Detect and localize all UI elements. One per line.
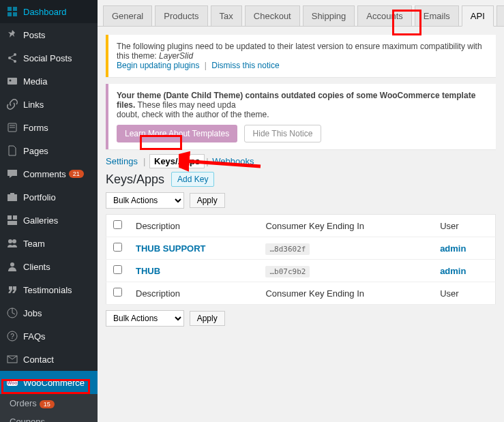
- page-title: Keys/Apps Add Key: [106, 172, 496, 187]
- tab-shipping[interactable]: Shipping: [303, 5, 355, 26]
- bulk-actions-bottom: Bulk Actions Apply: [106, 310, 496, 327]
- submenu-orders[interactable]: Orders15: [0, 394, 98, 412]
- admin-sidebar: DashboardPostsSocial PostsMediaLinksForm…: [0, 0, 98, 422]
- highlight-keys-apps: [140, 135, 182, 150]
- svg-rect-15: [10, 193, 14, 195]
- col-consumer-key[interactable]: Consumer Key Ending In: [258, 215, 433, 237]
- media-icon: [5, 74, 19, 88]
- col-description[interactable]: Description: [129, 215, 258, 237]
- consumer-key-ending: …b07c9b2: [265, 266, 310, 277]
- highlight-settings: [1, 379, 90, 394]
- col-user[interactable]: User: [433, 215, 495, 237]
- svg-point-19: [8, 239, 12, 243]
- sub-nav: Settings| Keys/Apps| Webhooks: [106, 156, 496, 166]
- hide-notice-button[interactable]: Hide This Notice: [244, 125, 322, 142]
- menu-portfolio[interactable]: Portfolio: [0, 185, 98, 209]
- table-row: THUB SUPPORT…8d3602fadmin: [106, 237, 496, 260]
- badge: 21: [69, 170, 84, 178]
- add-key-button[interactable]: Add Key: [171, 172, 214, 187]
- tab-products[interactable]: Products: [155, 5, 207, 26]
- menu-faqs[interactable]: ?FAQs: [0, 325, 98, 348]
- row-checkbox[interactable]: [113, 265, 122, 274]
- user-link[interactable]: admin: [440, 243, 466, 254]
- svg-rect-0: [8, 7, 12, 11]
- faq-icon: ?: [5, 329, 19, 343]
- share-icon: [5, 51, 19, 65]
- menu-dashboard[interactable]: Dashboard: [0, 0, 98, 23]
- menu-posts[interactable]: Posts: [0, 23, 98, 46]
- key-description-link[interactable]: THUB: [136, 266, 160, 276]
- row-checkbox[interactable]: [113, 243, 122, 252]
- subtab-keys-apps[interactable]: Keys/Apps: [149, 154, 205, 168]
- subtab-settings[interactable]: Settings: [106, 156, 138, 166]
- table-row: THUB…b07c9b2admin: [106, 260, 496, 282]
- svg-rect-9: [8, 78, 17, 85]
- svg-rect-14: [8, 194, 17, 201]
- clients-icon: [5, 260, 19, 273]
- menu-galleries[interactable]: Galleries: [0, 209, 98, 232]
- settings-tabs: GeneralProductsTaxCheckoutShippingAccoun…: [98, 0, 504, 27]
- dismiss-notice-link[interactable]: Dismiss this notice: [211, 61, 279, 70]
- svg-rect-2: [8, 12, 12, 16]
- menu-links[interactable]: Links: [0, 93, 98, 116]
- bulk-select[interactable]: Bulk Actions: [106, 192, 184, 209]
- svg-text:?: ?: [10, 333, 14, 340]
- apply-button-bottom[interactable]: Apply: [190, 311, 225, 326]
- menu-jobs[interactable]: Jobs: [0, 301, 98, 325]
- svg-rect-18: [8, 221, 17, 225]
- plugin-update-notice: The following plugins need to be updated…: [106, 35, 496, 77]
- forms-icon: [5, 121, 19, 134]
- menu-clients[interactable]: Clients: [0, 255, 98, 278]
- svg-point-10: [10, 80, 12, 82]
- user-link[interactable]: admin: [440, 266, 466, 276]
- highlight-api-tab: [392, 10, 421, 35]
- page-icon: [5, 144, 19, 157]
- dashboard-icon: [5, 5, 19, 18]
- tab-general[interactable]: General: [103, 5, 152, 26]
- keys-table: Description Consumer Key Ending In User …: [106, 214, 496, 305]
- svg-point-21: [10, 262, 14, 267]
- bulk-actions-top: Bulk Actions Apply: [106, 192, 496, 209]
- key-description-link[interactable]: THUB SUPPORT: [136, 243, 206, 254]
- consumer-key-ending: …8d3602f: [265, 243, 310, 255]
- bulk-select-bottom[interactable]: Bulk Actions: [106, 310, 184, 327]
- menu-team[interactable]: Team: [0, 232, 98, 255]
- portfolio-icon: [5, 190, 19, 204]
- menu-social-posts[interactable]: Social Posts: [0, 46, 98, 70]
- menu-testimonials[interactable]: Testimonials: [0, 278, 98, 301]
- menu-comments[interactable]: Comments21: [0, 162, 98, 185]
- svg-rect-1: [13, 7, 17, 11]
- link-icon: [5, 97, 19, 111]
- quote-icon: [5, 283, 19, 297]
- contact-icon: [5, 352, 19, 366]
- notice-plugin: LayerSlid: [159, 51, 193, 61]
- svg-rect-16: [8, 215, 12, 220]
- pin-icon: [5, 28, 19, 42]
- svg-rect-3: [13, 12, 17, 16]
- select-all-checkbox[interactable]: [113, 220, 122, 229]
- menu-pages[interactable]: Pages: [0, 139, 98, 162]
- begin-updating-link[interactable]: Begin updating plugins: [117, 61, 199, 70]
- svg-point-20: [12, 239, 16, 243]
- jobs-icon: [5, 306, 19, 320]
- tab-api[interactable]: API: [462, 5, 494, 27]
- tab-restrictions[interactable]: Restrictions: [496, 5, 504, 26]
- svg-line-8: [10, 59, 14, 61]
- menu-contact[interactable]: Contact: [0, 348, 98, 371]
- comment-icon: [5, 167, 19, 181]
- menu-forms[interactable]: Forms: [0, 116, 98, 139]
- gallery-icon: [5, 213, 19, 227]
- svg-line-7: [10, 55, 14, 57]
- apply-button[interactable]: Apply: [190, 193, 225, 208]
- menu-media[interactable]: Media: [0, 70, 98, 93]
- tab-checkout[interactable]: Checkout: [245, 5, 300, 26]
- select-all-checkbox-bottom[interactable]: [113, 288, 122, 297]
- submenu-coupons[interactable]: Coupons: [0, 412, 98, 422]
- tab-tax[interactable]: Tax: [211, 5, 242, 26]
- main-content: GeneralProductsTaxCheckoutShippingAccoun…: [98, 0, 504, 422]
- subtab-webhooks[interactable]: Webhooks: [212, 156, 254, 166]
- team-icon: [5, 237, 19, 250]
- svg-rect-17: [13, 215, 17, 220]
